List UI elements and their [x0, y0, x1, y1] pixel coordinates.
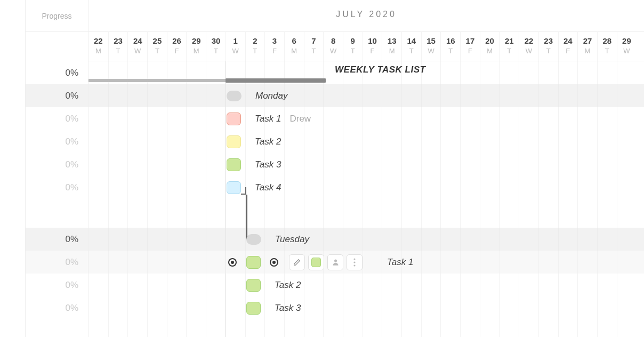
day-column[interactable]: 22M: [88, 32, 108, 61]
color-button[interactable]: [308, 254, 324, 270]
day-weekday: W: [324, 47, 343, 55]
milestone-row[interactable]: Monday: [88, 84, 644, 107]
day-number: 21: [500, 36, 519, 45]
progress-cell: 0%: [26, 251, 88, 274]
day-number: 29: [187, 36, 206, 45]
month-label: JULY 2020: [336, 10, 397, 19]
day-column[interactable]: 22W: [519, 32, 538, 61]
day-column[interactable]: 2T: [245, 32, 265, 61]
progress-cell: 0%: [26, 176, 88, 199]
task-label: Task 3: [275, 303, 301, 314]
day-column[interactable]: 1W: [226, 32, 245, 61]
day-number: 26: [167, 36, 187, 45]
task-bar[interactable]: [227, 158, 241, 171]
day-number: 16: [441, 36, 460, 45]
day-weekday: F: [167, 47, 187, 55]
day-column[interactable]: 15W: [421, 32, 441, 61]
task-row[interactable]: Task 3: [88, 296, 644, 319]
day-number: 29: [617, 36, 637, 45]
dependency-line: [241, 187, 246, 195]
day-weekday: T: [148, 47, 167, 55]
day-column[interactable]: 20M: [480, 32, 500, 61]
timeline[interactable]: JULY 2020 22M23T24W25T26F29M30T1W2T3F6M7…: [88, 0, 644, 337]
day-column[interactable]: 21T: [499, 32, 519, 61]
summary-row[interactable]: WEEKLY TASK LIST: [88, 61, 644, 84]
task-label: Task 3: [255, 159, 281, 170]
progress-cell: 0%: [26, 228, 88, 251]
day-weekday: M: [187, 47, 206, 55]
task-bar[interactable]: [246, 279, 261, 292]
day-weekday: W: [226, 47, 245, 55]
day-column[interactable]: 8W: [323, 32, 343, 61]
day-column[interactable]: 17F: [460, 32, 480, 61]
day-number: 22: [88, 36, 108, 45]
task-bar[interactable]: [227, 113, 241, 125]
milestone-marker[interactable]: [246, 234, 261, 245]
day-number: 15: [422, 36, 441, 45]
day-weekday: T: [304, 47, 324, 55]
day-number: 7: [304, 36, 324, 45]
day-column[interactable]: 26F: [167, 32, 187, 61]
more-button[interactable]: [347, 254, 363, 270]
day-column[interactable]: 6M: [284, 32, 304, 61]
day-column[interactable]: 29M: [186, 32, 206, 61]
day-weekday: T: [539, 47, 558, 55]
day-column[interactable]: 9T: [343, 32, 363, 61]
task-bar[interactable]: [246, 302, 261, 315]
task-label: Monday: [255, 91, 287, 101]
assignee-button[interactable]: [327, 254, 343, 270]
milestone-row[interactable]: Tuesday: [88, 228, 644, 251]
day-column[interactable]: 23T: [538, 32, 558, 61]
day-column[interactable]: 3F: [264, 32, 284, 61]
task-label: Tuesday: [275, 234, 309, 245]
day-weekday: W: [519, 47, 538, 55]
day-column[interactable]: 27M: [577, 32, 597, 61]
day-number: 2: [246, 36, 265, 45]
day-column[interactable]: 7T: [304, 32, 324, 61]
milestone-marker[interactable]: [227, 91, 241, 101]
task-bar[interactable]: [227, 181, 241, 194]
task-row[interactable]: Task 2: [88, 130, 644, 153]
day-number: 27: [578, 36, 597, 45]
kebab-icon: [353, 258, 356, 267]
day-column[interactable]: 24F: [558, 32, 578, 61]
task-row[interactable]: Task 2: [88, 274, 644, 296]
pencil-icon: [293, 259, 301, 266]
day-column[interactable]: 16T: [440, 32, 460, 61]
task-bar[interactable]: [227, 135, 241, 148]
day-number: 24: [559, 36, 578, 45]
progress-cell: 0%: [26, 274, 88, 296]
gantt-rows: WEEKLY TASK LIST Monday Task 1 Drew: [88, 61, 644, 319]
task-bar[interactable]: [246, 256, 261, 269]
day-column[interactable]: 25T: [147, 32, 167, 61]
day-weekday: T: [402, 47, 421, 55]
task-row[interactable]: Task 4: [88, 176, 644, 199]
start-handle-icon[interactable]: [228, 258, 237, 267]
day-column[interactable]: 30T: [206, 32, 226, 61]
month-header: JULY 2020: [88, 0, 644, 32]
day-weekday: T: [109, 47, 128, 55]
day-column[interactable]: 24W: [127, 32, 147, 61]
day-column[interactable]: 29W: [617, 32, 637, 61]
day-column[interactable]: 28T: [597, 32, 617, 61]
edit-button[interactable]: [289, 254, 305, 270]
day-weekday: M: [578, 47, 597, 55]
progress-column: Progress 0% 0% 0% 0% 0% 0% 0% 0% 0% 0%: [26, 0, 88, 337]
summary-title: WEEKLY TASK LIST: [335, 65, 425, 75]
day-number: 17: [461, 36, 480, 45]
task-row[interactable]: Task 3: [88, 153, 644, 176]
progress-label: Progress: [42, 12, 71, 20]
day-weekday: M: [480, 47, 500, 55]
task-row-selected[interactable]: Task 1: [88, 251, 644, 274]
svg-point-1: [353, 258, 355, 260]
day-column[interactable]: 23T: [108, 32, 128, 61]
day-column[interactable]: 14T: [401, 32, 421, 61]
task-label: Task 2: [255, 137, 281, 147]
task-row[interactable]: Task 1 Drew: [88, 107, 644, 130]
day-weekday: F: [265, 47, 284, 55]
end-handle-icon[interactable]: [270, 258, 278, 267]
summary-bar[interactable]: [226, 78, 326, 83]
day-column[interactable]: 13M: [382, 32, 401, 61]
progress-cell: 0%: [26, 61, 88, 84]
day-column[interactable]: 10F: [363, 32, 382, 61]
